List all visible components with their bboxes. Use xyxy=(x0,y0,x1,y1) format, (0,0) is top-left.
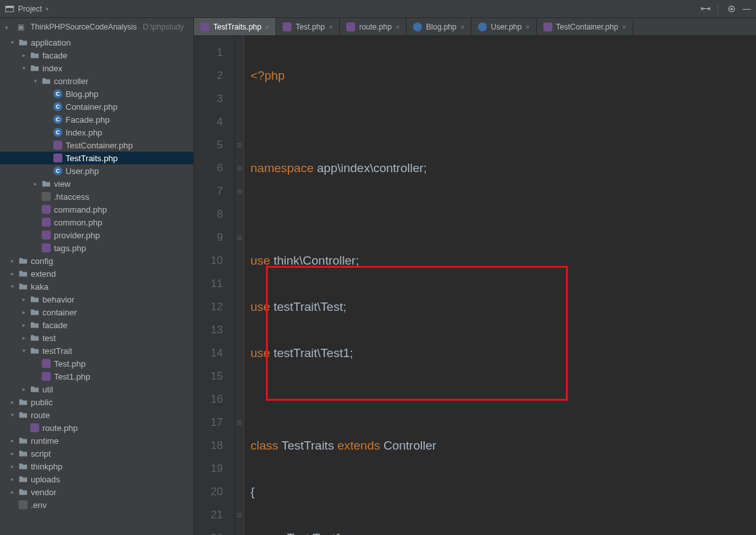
editor-tab[interactable]: Blog.php× xyxy=(407,18,471,35)
close-icon[interactable]: × xyxy=(265,23,269,31)
tree-node[interactable]: ▸facade xyxy=(0,49,193,62)
tree-node[interactable]: ▸behavior xyxy=(0,293,193,306)
tree-node[interactable]: ▾index xyxy=(0,62,193,75)
tree-node[interactable]: ▸test xyxy=(0,331,193,344)
tree-node[interactable]: Test.php xyxy=(0,357,193,370)
node-label: facade xyxy=(42,51,67,60)
tree-node[interactable]: ▸script xyxy=(0,447,193,460)
node-label: extend xyxy=(31,269,56,279)
code-content[interactable]: <?php namespace app\index\controller; us… xyxy=(244,36,756,535)
tree-node[interactable]: provider.php xyxy=(0,229,193,241)
fold-marker xyxy=(235,249,243,272)
tree-node[interactable]: Facade.php xyxy=(0,113,193,126)
tree-node[interactable]: Container.php xyxy=(0,100,193,113)
node-label: .env xyxy=(31,500,47,510)
tree-node[interactable]: ▸public xyxy=(0,396,193,408)
line-number: 11 xyxy=(194,272,223,295)
php-icon xyxy=(283,22,292,31)
tree-node[interactable]: ▸runtime xyxy=(0,434,193,447)
tree-node[interactable]: ▸facade xyxy=(0,319,193,331)
editor-tab[interactable]: Test.php× xyxy=(276,18,340,35)
tree-node[interactable]: ▸container xyxy=(0,306,193,319)
fold-marker xyxy=(235,457,243,480)
tree-node[interactable]: Blog.php xyxy=(0,87,193,100)
tree-node[interactable]: route.php xyxy=(0,421,193,434)
fold-marker[interactable]: ⊟ xyxy=(235,134,243,157)
minimize-icon[interactable]: — xyxy=(743,4,751,13)
chevron-icon: ▸ xyxy=(21,322,27,328)
tree-node[interactable]: ▾controller xyxy=(0,75,193,87)
chevron-icon xyxy=(32,360,39,367)
line-number: 6 xyxy=(194,157,223,180)
fold-marker[interactable]: ⊟ xyxy=(235,226,243,249)
tree-node[interactable]: ▸extend xyxy=(0,267,193,280)
fold-marker xyxy=(235,319,243,342)
code-editor[interactable]: 12345678910111213141516171819202122 ⊟⊟⊟⊟… xyxy=(194,36,756,535)
editor-tab[interactable]: User.php× xyxy=(471,18,536,35)
tree-node[interactable]: ▾application xyxy=(0,36,193,49)
close-icon[interactable]: × xyxy=(622,23,626,31)
chevron-icon xyxy=(44,116,50,123)
chevron-icon: ▸ xyxy=(32,180,39,187)
folder-icon xyxy=(18,256,28,266)
tree-node[interactable]: tags.php xyxy=(0,241,193,254)
editor-tab[interactable]: TestContainer.php× xyxy=(537,18,633,35)
php-icon xyxy=(41,371,51,382)
node-label: Test.php xyxy=(54,359,85,369)
tree-node[interactable]: ▸vendor xyxy=(0,486,193,498)
fold-marker[interactable]: ⊟ xyxy=(235,504,243,527)
line-number: 10 xyxy=(194,249,223,272)
tree-node[interactable]: ▾route xyxy=(0,408,193,421)
close-icon[interactable]: × xyxy=(525,23,529,31)
close-icon[interactable]: × xyxy=(461,23,464,31)
node-label: config xyxy=(31,256,53,266)
close-icon[interactable]: × xyxy=(329,23,333,31)
tree-node[interactable]: Index.php xyxy=(0,126,193,139)
editor-tab[interactable]: route.php× xyxy=(340,18,407,35)
class-icon xyxy=(53,101,63,112)
chevron-icon: ▸ xyxy=(21,52,27,58)
php-icon xyxy=(346,22,355,31)
project-label[interactable]: Project xyxy=(18,4,42,13)
chevron-icon: ▸ xyxy=(9,450,15,457)
fold-marker[interactable]: ⊟ xyxy=(235,527,243,535)
gear-icon[interactable] xyxy=(727,4,736,13)
tree-node[interactable]: Test1.php xyxy=(0,370,193,383)
close-icon[interactable]: × xyxy=(396,23,400,31)
tree-node[interactable]: ▸util xyxy=(0,383,193,396)
chevron-icon xyxy=(44,129,50,136)
class-icon xyxy=(53,166,63,176)
fold-marker xyxy=(235,434,243,457)
tree-node[interactable]: .env xyxy=(0,498,193,511)
folder-icon xyxy=(30,50,40,60)
node-label: facade xyxy=(42,320,67,330)
folder-icon xyxy=(30,320,40,330)
node-label: view xyxy=(54,179,71,189)
tree-node[interactable]: ▸uploads xyxy=(0,473,193,486)
tree-node[interactable]: ▾kaka xyxy=(0,280,193,293)
line-number: 17 xyxy=(194,411,223,434)
line-number: 19 xyxy=(194,457,223,480)
collapse-icon[interactable]: ⇤⇥ xyxy=(701,4,708,13)
tree-node[interactable]: User.php xyxy=(0,164,193,177)
tree-node[interactable]: .htaccess xyxy=(0,190,193,203)
tree-node[interactable]: ▾testTrait xyxy=(0,344,193,357)
fold-marker[interactable]: ⊟ xyxy=(235,411,243,434)
folder-icon xyxy=(18,281,28,292)
editor-tab[interactable]: TestTraits.php× xyxy=(194,18,276,35)
tree-node[interactable]: ▸thinkphp xyxy=(0,460,193,473)
tree-node[interactable]: command.php xyxy=(0,203,193,216)
tree-node[interactable]: ▸view xyxy=(0,177,193,190)
chevron-icon: ▾ xyxy=(32,78,39,84)
line-number: 9 xyxy=(194,226,223,249)
tree-node[interactable]: TestContainer.php xyxy=(0,139,193,152)
tree-node[interactable]: ▸config xyxy=(0,254,193,267)
fold-marker[interactable]: ⊟ xyxy=(235,180,243,203)
fold-marker[interactable]: ⊟ xyxy=(235,157,243,180)
chevron-icon xyxy=(9,502,15,508)
tree-node[interactable]: common.php xyxy=(0,216,193,229)
fold-marker xyxy=(235,342,243,365)
node-label: Blog.php xyxy=(66,89,98,99)
tree-node[interactable]: TestTraits.php xyxy=(0,152,193,164)
chevron-icon: ▸ xyxy=(21,335,27,341)
